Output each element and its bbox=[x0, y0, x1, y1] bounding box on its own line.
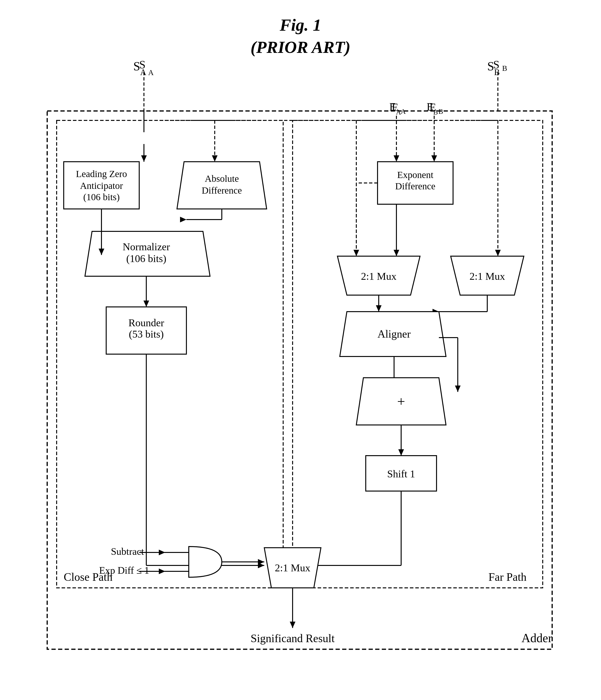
svg-marker-14 bbox=[495, 250, 501, 256]
exp-diff-label2: Difference bbox=[395, 181, 435, 192]
svg-marker-6 bbox=[141, 155, 147, 162]
diagram: Adder Close Path Far Path S A S B bbox=[38, 54, 561, 680]
sa-subscript: A bbox=[148, 68, 154, 77]
sb-subscript: B bbox=[502, 64, 507, 73]
svg-marker-27 bbox=[354, 250, 359, 256]
aligner-label: Aligner bbox=[377, 328, 411, 340]
mux-left-label: 2:1 Mux bbox=[361, 271, 396, 282]
svg-marker-66 bbox=[290, 622, 295, 628]
lza-label2: Anticipator bbox=[80, 180, 123, 191]
exp-diff-label-bottom: Exp Diff ≤ 1 bbox=[99, 565, 149, 576]
abs-diff-label2: Difference bbox=[202, 185, 242, 196]
svg-marker-16 bbox=[394, 155, 399, 162]
svg-text:EB: EB bbox=[427, 101, 438, 116]
ea-subscript: A bbox=[401, 107, 406, 115]
page-title: Fig. 1 (PRIOR ART) bbox=[0, 14, 601, 58]
svg-text:EA: EA bbox=[389, 101, 401, 116]
svg-marker-38 bbox=[398, 449, 404, 456]
shift1-label: Shift 1 bbox=[387, 468, 415, 480]
mux-right-label: 2:1 Mux bbox=[470, 271, 505, 282]
rounder-label2: (53 bits) bbox=[129, 328, 164, 340]
far-path-label: Far Path bbox=[489, 571, 526, 583]
subtract-label: Subtract bbox=[111, 546, 144, 557]
svg-marker-29 bbox=[376, 305, 382, 311]
svg-marker-64 bbox=[159, 569, 165, 574]
normalizer-label1: Normalizer bbox=[123, 241, 170, 253]
svg-marker-62 bbox=[159, 550, 165, 555]
exp-diff-label1: Exponent bbox=[397, 170, 433, 180]
and-gate bbox=[189, 547, 222, 577]
final-mux-label: 2:1 Mux bbox=[275, 562, 310, 574]
svg-marker-25 bbox=[394, 250, 399, 256]
svg-marker-9 bbox=[212, 155, 217, 162]
lza-label3: (106 bits) bbox=[83, 192, 120, 202]
svg-marker-60 bbox=[258, 559, 264, 565]
adder-label: Adder bbox=[521, 631, 552, 645]
significand-result-label: Significand Result bbox=[251, 632, 335, 645]
lza-label1: Leading Zero bbox=[76, 169, 127, 179]
svg-marker-43 bbox=[180, 217, 186, 222]
rounder-label1: Rounder bbox=[128, 317, 164, 329]
svg-marker-36 bbox=[455, 385, 461, 392]
abs-diff-label1: Absolute bbox=[205, 173, 239, 184]
svg-marker-18 bbox=[432, 155, 437, 162]
svg-marker-47 bbox=[143, 301, 149, 307]
eb-subscript: B bbox=[438, 107, 443, 115]
normalizer-label2: (106 bits) bbox=[126, 253, 166, 265]
adder-plus-label: + bbox=[397, 394, 405, 409]
